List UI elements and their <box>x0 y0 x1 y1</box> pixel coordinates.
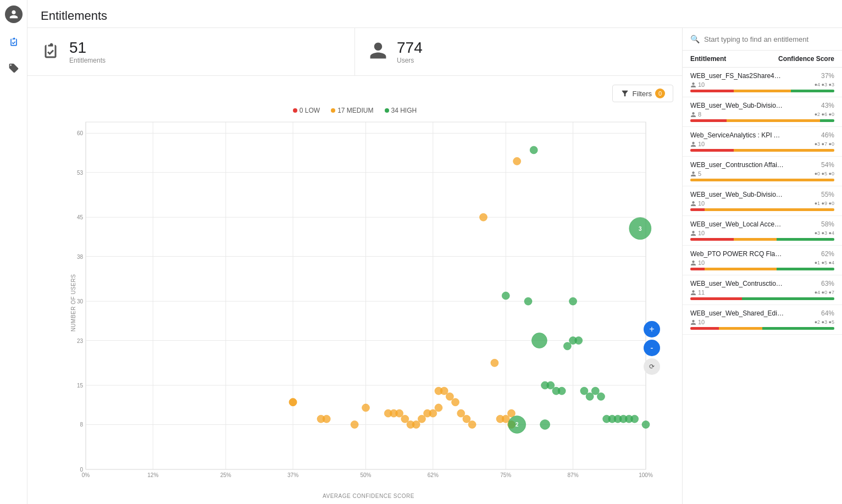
left-panel: 51 Entitlements 774 Users <box>27 28 683 504</box>
avatar[interactable] <box>5 5 23 23</box>
ent-name: Web_ServiceAnalytics : KPI Agent <box>690 131 784 139</box>
svg-text:100%: 100% <box>639 472 653 478</box>
svg-text:53: 53 <box>77 170 84 176</box>
users-count: 774 <box>397 39 423 57</box>
svg-point-41 <box>351 420 358 428</box>
entitlement-item[interactable]: Web_ServiceAnalytics : KPI Agent 46% 10 … <box>683 127 842 157</box>
scatter-wrapper: NUMBER OF USERS 08152330384553600%12%25%… <box>64 117 673 489</box>
svg-text:30: 30 <box>77 298 84 304</box>
svg-text:15: 15 <box>77 383 84 389</box>
ent-name: WEB_user_Web_Sub-Division Con <box>690 191 784 198</box>
ent-score: 58% <box>821 220 834 228</box>
entitlement-item[interactable]: WEB_user_Contrusction Affairs Af 54% 5 ●… <box>683 157 842 186</box>
ent-users: 10 <box>690 319 705 325</box>
ent-name: Web_PTO POWER RCQ Flare Non <box>690 250 784 258</box>
chart-area: Filters 0 0 LOW 17 MEDIUM 34 HIGH NUMBER… <box>27 76 682 504</box>
content-area: 51 Entitlements 774 Users <box>27 28 842 504</box>
entitlement-item[interactable]: Web_PTO POWER RCQ Flare Non 62% 10 ●1 ●5… <box>683 246 842 275</box>
ent-bar <box>690 297 834 300</box>
svg-text:8: 8 <box>80 422 83 428</box>
svg-point-40 <box>323 415 330 423</box>
filter-badge: 0 <box>655 88 665 98</box>
svg-text:87%: 87% <box>568 472 579 478</box>
svg-point-75 <box>558 387 566 395</box>
svg-point-56 <box>452 398 459 406</box>
users-icon <box>368 41 388 63</box>
filter-button[interactable]: Filters 0 <box>612 85 673 102</box>
ent-users: 5 <box>690 170 701 177</box>
svg-point-55 <box>446 392 453 400</box>
ent-bar <box>690 268 834 270</box>
y-axis-label: NUMBER OF USERS <box>70 274 76 331</box>
legend-high: 34 HIGH <box>385 107 417 114</box>
entitlements-count: 51 <box>69 39 106 57</box>
x-axis-label: AVERAGE CONFIDENCE SCORE <box>64 493 673 499</box>
svg-text:25%: 25% <box>220 472 231 478</box>
ent-dots: ●3 ●3 ●4 <box>815 230 834 236</box>
stats-row: 51 Entitlements 774 Users <box>27 28 682 76</box>
ent-users: 10 <box>690 259 705 266</box>
ent-bar <box>690 90 834 92</box>
legend-dot-medium <box>331 108 335 113</box>
ent-bar <box>690 179 834 181</box>
ent-name: WEB_user_Web_Contrusction Affa <box>690 280 784 287</box>
svg-point-78 <box>569 297 577 305</box>
col-entitlement: Entitlement <box>690 55 726 63</box>
legend-dot-high <box>385 108 389 113</box>
ent-score: 46% <box>821 131 834 139</box>
entitlements-icon <box>41 41 60 63</box>
svg-text:60: 60 <box>77 130 84 136</box>
ent-users: 10 <box>690 141 705 147</box>
ent-score: 62% <box>821 250 834 258</box>
svg-point-45 <box>396 409 403 417</box>
ent-score: 37% <box>821 72 834 80</box>
filter-icon <box>621 89 629 98</box>
filter-label: Filters <box>633 90 652 98</box>
ent-dots: ●4 ●3 ●3 <box>815 82 834 87</box>
legend-medium: 17 MEDIUM <box>331 107 373 114</box>
entitlement-item[interactable]: WEB_user_Web_Local Access 32 F 58% 10 ●3… <box>683 216 842 246</box>
svg-point-70 <box>531 333 547 348</box>
scatter-chart[interactable]: 08152330384553600%12%25%37%50%62%75%87%1… <box>64 117 673 489</box>
ent-name: WEB_user_Contrusction Affairs Af <box>690 161 784 169</box>
svg-text:12%: 12% <box>147 472 158 478</box>
svg-point-83 <box>597 392 605 400</box>
sidebar-item-entitlements[interactable] <box>6 34 21 49</box>
entitlement-item[interactable]: WEB_user_Web_Shared_Edit_ACC 64% 10 ●2 ●… <box>683 305 842 335</box>
svg-point-51 <box>429 409 437 417</box>
zoom-in-button[interactable]: + <box>644 321 660 337</box>
svg-point-69 <box>530 146 538 154</box>
svg-point-80 <box>580 387 588 395</box>
zoom-reset-button[interactable]: ⟳ <box>644 358 660 375</box>
ent-bar <box>690 149 834 152</box>
svg-point-48 <box>412 420 420 428</box>
zoom-out-button[interactable]: - <box>644 340 660 356</box>
right-panel: 🔍 Entitlement Confidence Score WEB_user_… <box>683 28 842 504</box>
chart-toolbar: Filters 0 <box>36 85 673 102</box>
svg-point-81 <box>586 392 594 400</box>
entitlement-item[interactable]: WEB_user_FS_Nas2Share4_Share 37% 10 ●4 ●… <box>683 68 842 97</box>
ent-score: 64% <box>821 309 834 317</box>
search-input[interactable] <box>704 35 834 43</box>
legend-low: 0 LOW <box>293 107 320 114</box>
svg-point-58 <box>463 415 470 423</box>
ent-dots: ●0 ●5 ●0 <box>815 171 834 176</box>
entitlement-item[interactable]: WEB_user_Web_Sub-Division Con 43% 8 ●2 ●… <box>683 97 842 127</box>
svg-text:38: 38 <box>77 254 84 260</box>
ent-users: 11 <box>690 289 705 296</box>
svg-text:3: 3 <box>639 226 642 232</box>
entitlement-list: WEB_user_FS_Nas2Share4_Share 37% 10 ●4 ●… <box>683 68 842 504</box>
ent-bar <box>690 119 834 122</box>
ent-dots: ●2 ●6 ●0 <box>815 112 834 117</box>
svg-point-63 <box>502 415 509 423</box>
svg-point-59 <box>468 420 476 428</box>
ent-score: 54% <box>821 161 834 169</box>
svg-point-57 <box>457 409 465 417</box>
sidebar-item-tags[interactable] <box>6 60 21 76</box>
entitlement-item[interactable]: WEB_user_Web_Contrusction Affa 63% 11 ●4… <box>683 275 842 305</box>
entitlement-item[interactable]: WEB_user_Web_Sub-Division Con 55% 10 ●1 … <box>683 186 842 216</box>
svg-point-67 <box>502 292 509 300</box>
svg-point-60 <box>479 213 487 221</box>
ent-name: WEB_user_Web_Shared_Edit_ACC <box>690 309 784 317</box>
ent-users: 10 <box>690 200 705 207</box>
